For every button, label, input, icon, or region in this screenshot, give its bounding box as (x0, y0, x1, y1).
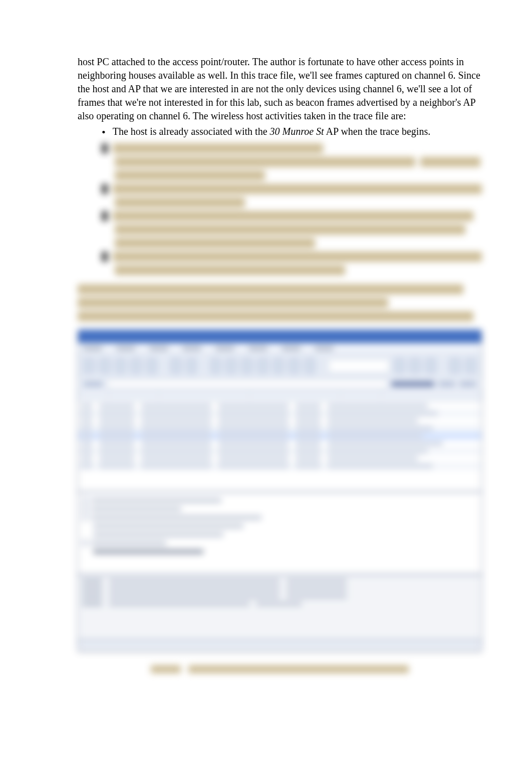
bullet-item-1: • The host is already associated with th… (102, 125, 482, 138)
filter-bar (78, 378, 481, 391)
figure-caption (78, 662, 482, 674)
packet-list-pane (78, 391, 481, 492)
packet-bytes-pane (78, 575, 481, 640)
bullet-list: • The host is already associated with th… (78, 125, 482, 138)
menu-bar (78, 343, 481, 354)
bullet-marker: • (102, 125, 106, 138)
obscured-region: + + − + (78, 143, 482, 674)
obscured-paragraph (78, 284, 482, 321)
figure-1: + + − + (78, 329, 482, 674)
app-window: + + − + (78, 329, 482, 651)
status-bar (78, 640, 481, 651)
lead-paragraph: host PC attached to the access point/rou… (78, 55, 482, 123)
bullet-1-text: The host is already associated with the … (113, 125, 431, 138)
document-page: host PC attached to the access point/rou… (0, 0, 532, 709)
packet-details-pane: + + − + (78, 492, 481, 575)
bullet-1-pre: The host is already associated with the (113, 126, 270, 137)
obscured-bullets (78, 143, 482, 275)
toolbar (78, 354, 481, 378)
bullet-1-em: 30 Munroe St (270, 126, 324, 137)
bullet-1-post: AP when the trace begins. (324, 126, 431, 137)
window-titlebar (78, 330, 481, 343)
